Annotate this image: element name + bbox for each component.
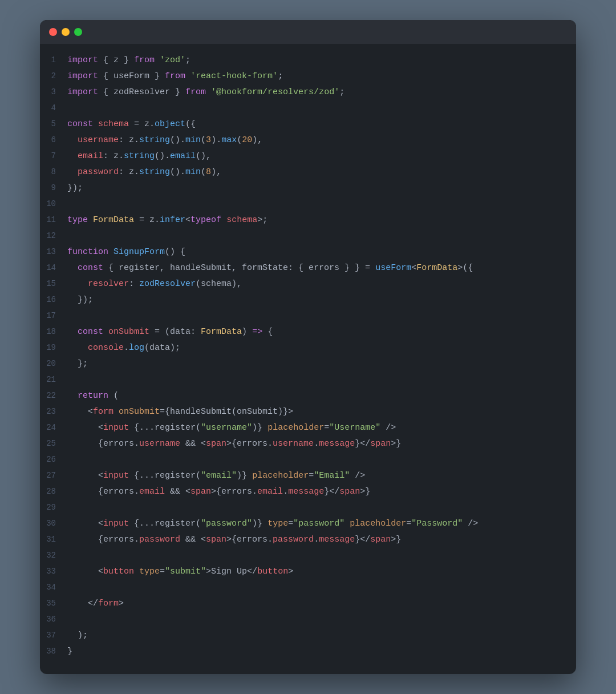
line-content-24: <input {...register("username")} placeho… (67, 421, 396, 435)
line-content-19: console.log(data); (67, 341, 180, 355)
line-num-5: 5 (40, 118, 67, 130)
line-num-37: 37 (40, 629, 67, 641)
line-num-8: 8 (40, 166, 67, 178)
line-23: 23 <form onSubmit={handleSubmit(onSubmit… (40, 405, 576, 421)
line-content-16: }); (67, 293, 93, 307)
line-num-3: 3 (40, 86, 67, 98)
line-content-21 (67, 373, 72, 387)
line-4: 4 (40, 101, 576, 117)
line-num-10: 10 (40, 197, 67, 210)
line-num-17: 17 (40, 309, 67, 322)
line-num-34: 34 (40, 581, 67, 594)
line-33: 33 <button type="submit">Sign Up</button… (40, 564, 576, 580)
line-num-18: 18 (40, 325, 67, 338)
line-num-30: 30 (40, 517, 67, 530)
maximize-button[interactable] (74, 28, 82, 36)
titlebar (40, 20, 576, 44)
line-num-11: 11 (40, 213, 67, 226)
line-7: 7 email: z.string().email(), (40, 149, 576, 165)
line-12: 12 (40, 229, 576, 245)
line-25: 25 {errors.username && <span>{errors.use… (40, 437, 576, 453)
line-content-13: function SignupForm() { (67, 245, 185, 259)
minimize-button[interactable] (62, 28, 70, 36)
line-content-30: <input {...register("password")} type="p… (67, 517, 478, 531)
line-num-22: 22 (40, 389, 67, 402)
line-content-2: import { useForm } from 'react-hook-form… (67, 70, 283, 83)
line-content-32 (67, 549, 72, 563)
line-1: 1 import { z } from 'zod'; (40, 53, 576, 69)
close-button[interactable] (49, 28, 57, 36)
line-num-33: 33 (40, 565, 67, 578)
line-3: 3 import { zodResolver } from '@hookform… (40, 85, 576, 101)
line-37: 37 ); (40, 628, 576, 644)
line-num-24: 24 (40, 421, 67, 434)
line-num-15: 15 (40, 277, 67, 290)
line-9: 9 }); (40, 181, 576, 197)
line-13: 13 function SignupForm() { (40, 245, 576, 261)
line-num-31: 31 (40, 533, 67, 546)
line-content-7: email: z.string().email(), (67, 150, 211, 163)
line-22: 22 return ( (40, 389, 576, 405)
line-num-1: 1 (40, 54, 67, 66)
line-36: 36 (40, 612, 576, 628)
line-10: 10 (40, 197, 576, 213)
line-content-26 (67, 453, 72, 467)
line-num-21: 21 (40, 373, 67, 386)
line-content-38: } (67, 645, 72, 659)
line-content-11: type FormData = z.infer<typeof schema>; (67, 213, 268, 227)
line-content-10 (67, 197, 72, 211)
line-20: 20 }; (40, 357, 576, 373)
line-num-29: 29 (40, 501, 67, 514)
line-num-6: 6 (40, 134, 67, 146)
line-num-38: 38 (40, 645, 67, 657)
line-content-29 (67, 501, 72, 515)
line-num-26: 26 (40, 453, 67, 466)
line-num-7: 7 (40, 150, 67, 162)
line-8: 8 password: z.string().min(8), (40, 165, 576, 181)
line-2: 2 import { useForm } from 'react-hook-fo… (40, 69, 576, 85)
line-num-23: 23 (40, 405, 67, 418)
line-content-31: {errors.password && <span>{errors.passwo… (67, 533, 401, 547)
line-content-22: return ( (67, 389, 119, 403)
line-content-5: const schema = z.object({ (67, 118, 196, 131)
line-18: 18 const onSubmit = (data: FormData) => … (40, 325, 576, 341)
line-content-3: import { zodResolver } from '@hookform/r… (67, 86, 345, 99)
line-content-12 (67, 229, 72, 243)
line-num-4: 4 (40, 102, 67, 114)
line-16: 16 }); (40, 293, 576, 309)
line-6: 6 username: z.string().min(3).max(20), (40, 133, 576, 149)
line-content-14: const { register, handleSubmit, formStat… (67, 261, 473, 275)
line-34: 34 (40, 580, 576, 596)
line-num-28: 28 (40, 485, 67, 498)
line-19: 19 console.log(data); (40, 341, 576, 357)
line-num-9: 9 (40, 181, 67, 194)
line-num-13: 13 (40, 245, 67, 258)
line-content-36 (67, 613, 72, 627)
line-content-18: const onSubmit = (data: FormData) => { (67, 325, 273, 339)
line-29: 29 (40, 501, 576, 517)
line-35: 35 </form> (40, 596, 576, 612)
line-content-37: ); (67, 629, 88, 643)
line-num-14: 14 (40, 261, 67, 274)
line-5: 5 const schema = z.object({ (40, 117, 576, 133)
line-15: 15 resolver: zodResolver(schema), (40, 277, 576, 293)
line-content-20: }; (67, 357, 88, 371)
line-num-2: 2 (40, 70, 67, 82)
line-num-19: 19 (40, 341, 67, 354)
line-num-12: 12 (40, 229, 67, 242)
line-26: 26 (40, 453, 576, 469)
line-content-25: {errors.username && <span>{errors.userna… (67, 437, 401, 451)
line-30: 30 <input {...register("password")} type… (40, 517, 576, 532)
line-21: 21 (40, 373, 576, 389)
line-num-36: 36 (40, 613, 67, 626)
code-editor-window: 1 import { z } from 'zod'; 2 import { us… (40, 20, 576, 674)
line-28: 28 {errors.email && <span>{errors.email.… (40, 485, 576, 501)
line-17: 17 (40, 309, 576, 325)
line-11: 11 type FormData = z.infer<typeof schema… (40, 213, 576, 229)
line-num-16: 16 (40, 293, 67, 306)
line-content-4 (67, 102, 72, 115)
line-content-9: }); (67, 181, 83, 195)
line-14: 14 const { register, handleSubmit, formS… (40, 261, 576, 277)
line-num-35: 35 (40, 597, 67, 610)
line-content-8: password: z.string().min(8), (67, 166, 221, 179)
